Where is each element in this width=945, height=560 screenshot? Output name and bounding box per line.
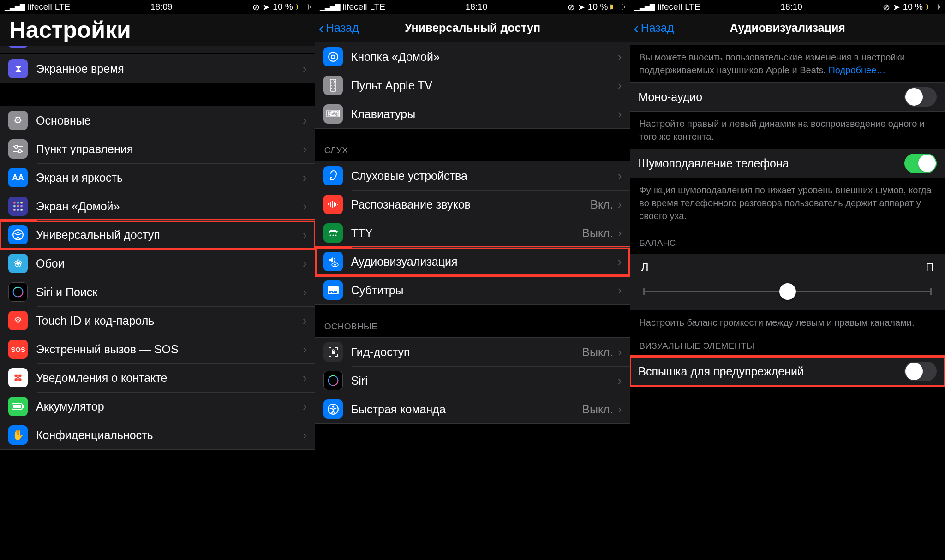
svg-point-22	[14, 378, 18, 381]
status-bar: ▁▃▅▇ lifecell LTE 18:10 ⊘ ➤ 10 %	[630, 0, 945, 14]
chevron-right-icon: ›	[303, 228, 307, 242]
row-siri-search[interactable]: Siri и Поиск ›	[0, 278, 315, 306]
row-mono-audio[interactable]: Моно-аудио	[630, 82, 945, 112]
row-battery[interactable]: Аккумулятор ›	[0, 392, 315, 421]
text-size-icon: AA	[8, 168, 28, 187]
carrier-label: lifecell	[658, 2, 682, 12]
mono-audio-toggle[interactable]	[904, 87, 937, 107]
waveform-icon	[323, 195, 343, 214]
chevron-right-icon: ›	[618, 374, 622, 388]
row-siri[interactable]: Siri ›	[315, 366, 630, 395]
chevron-right-icon: ›	[618, 78, 622, 93]
svg-point-43	[332, 235, 334, 236]
row-accessibility[interactable]: Универсальный доступ ›	[0, 220, 315, 249]
row-accessibility-shortcut[interactable]: Быстрая команда Выкл. ›	[315, 395, 630, 424]
svg-rect-14	[20, 209, 22, 210]
back-button[interactable]: ‹ Назад	[315, 21, 359, 35]
row-exposure-notifications[interactable]: Уведомления о контакте ›	[0, 363, 315, 392]
svg-rect-29	[331, 55, 335, 59]
svg-rect-52	[332, 351, 335, 354]
svg-point-31	[332, 81, 335, 83]
chevron-right-icon: ›	[618, 402, 622, 417]
orientation-lock-icon: ⊘	[252, 2, 260, 12]
row-screen-time[interactable]: ⧗ Экранное время ›	[0, 54, 315, 83]
battery-icon	[296, 4, 311, 10]
balance-right-label: П	[926, 261, 934, 274]
fingerprint-icon	[8, 311, 28, 330]
chevron-right-icon: ›	[303, 171, 307, 185]
led-flash-toggle[interactable]	[904, 362, 937, 381]
row-wallpaper[interactable]: ❀ Обои ›	[0, 249, 315, 278]
balance-slider[interactable]	[643, 291, 932, 292]
balance-desc: Настроить баланс громкости между левым и…	[630, 310, 945, 334]
svg-rect-10	[17, 205, 19, 207]
nav-bar: Настройки	[0, 14, 315, 46]
tty-icon	[323, 223, 343, 243]
chevron-right-icon: ›	[618, 283, 622, 298]
noise-cancellation-toggle[interactable]	[904, 154, 937, 173]
row-keyboards[interactable]: ⌨ Клавиатуры ›	[315, 100, 630, 129]
svg-point-42	[329, 235, 331, 236]
row-sound-recognition[interactable]: Распознавание звуков Вкл. ›	[315, 190, 630, 219]
svg-point-33	[334, 85, 335, 86]
network-label: LTE	[685, 2, 700, 12]
chevron-right-icon: ›	[618, 226, 622, 240]
page-title: Аудиовизуализация	[630, 21, 945, 35]
row-audio-visual[interactable]: Аудиовизуализация ›	[315, 247, 630, 276]
signal-icon: ▁▃▅▇	[634, 3, 655, 11]
row-privacy[interactable]: ✋ Конфиденциальность ›	[0, 421, 315, 450]
row-general[interactable]: ⚙ Основные ›	[0, 106, 315, 135]
row-control-center[interactable]: Пункт управления ›	[0, 135, 315, 163]
balance-slider-container: Л П	[630, 254, 945, 310]
chevron-left-icon: ‹	[634, 24, 639, 32]
svg-rect-11	[20, 205, 22, 207]
chevron-right-icon: ›	[618, 345, 622, 359]
row-emergency-sos[interactable]: SOS Экстренный вызов — SOS ›	[0, 335, 315, 363]
svg-rect-27	[23, 405, 24, 408]
chevron-right-icon: ›	[303, 285, 307, 299]
nav-bar: ‹ Назад Универсальный доступ	[315, 14, 630, 42]
svg-point-20	[14, 374, 18, 377]
lock-frame-icon	[323, 342, 343, 362]
chevron-left-icon: ‹	[319, 24, 324, 32]
row-hearing-devices[interactable]: Слуховые устройства ›	[315, 161, 630, 190]
svg-point-35	[334, 88, 335, 89]
row-apple-tv-remote[interactable]: Пульт Apple TV ›	[315, 71, 630, 100]
keyboard-icon: ⌨	[323, 104, 343, 124]
slider-thumb[interactable]	[779, 283, 796, 300]
svg-rect-26	[13, 405, 21, 408]
row-display-brightness[interactable]: AA Экран и яркость ›	[0, 163, 315, 192]
row-touch-id[interactable]: Touch ID и код-пароль ›	[0, 306, 315, 335]
mono-audio-desc: Настройте правый и левый динамик на восп…	[630, 112, 945, 149]
ear-icon	[323, 166, 343, 185]
accessibility-icon	[8, 225, 28, 244]
row-noise-cancellation[interactable]: Шумоподавление телефона	[630, 149, 945, 178]
gear-icon: ⚙	[8, 111, 28, 130]
battery-percent: 10 %	[588, 2, 608, 12]
network-label: LTE	[370, 2, 385, 12]
row-led-flash[interactable]: Вспышка для предупреждений	[630, 357, 945, 386]
location-icon: ➤	[263, 2, 270, 12]
accessibility-list[interactable]: Кнопка «Домой» › Пульт Apple TV › ⌨ Клав…	[315, 42, 630, 560]
subtitles-icon	[323, 280, 343, 300]
status-bar: ▁▃▅▇ lifecell LTE 18:10 ⊘ ➤ 10 %	[315, 0, 630, 14]
audio-visual-list[interactable]: Вы можете вносить пользовательские измен…	[630, 42, 945, 560]
row-tty[interactable]: TTY Выкл. ›	[315, 219, 630, 247]
carrier-label: lifecell	[28, 2, 52, 12]
row-home-screen[interactable]: Экран «Домой» ›	[0, 192, 315, 220]
chevron-right-icon: ›	[303, 62, 307, 76]
chevron-right-icon: ›	[303, 199, 307, 214]
settings-list[interactable]: ⧗ Экранное время › ⚙ Основные › Пункт уп…	[0, 46, 315, 560]
row-subtitles[interactable]: Субтитры ›	[315, 276, 630, 305]
row-home-button[interactable]: Кнопка «Домой» ›	[315, 42, 630, 71]
svg-rect-7	[17, 202, 19, 203]
noise-cancellation-desc: Функция шумоподавления понижает уровень …	[630, 178, 945, 228]
siri-icon	[323, 371, 343, 390]
chevron-right-icon: ›	[618, 255, 622, 269]
network-label: LTE	[55, 2, 70, 12]
row-guided-access[interactable]: Гид-доступ Выкл. ›	[315, 337, 630, 366]
learn-more-link[interactable]: Подробнее…	[828, 65, 885, 75]
chevron-right-icon: ›	[618, 169, 622, 183]
back-button[interactable]: ‹ Назад	[630, 21, 674, 35]
svg-point-23	[18, 378, 22, 381]
